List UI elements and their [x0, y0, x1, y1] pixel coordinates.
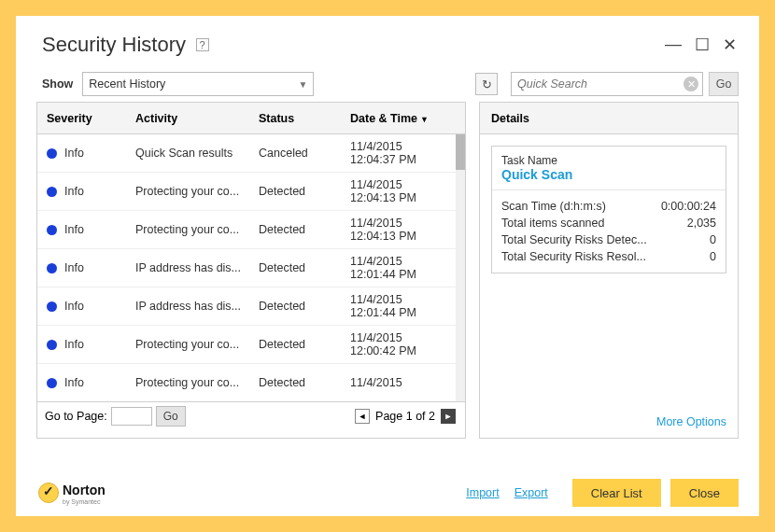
search-input[interactable] [517, 77, 683, 91]
col-activity[interactable]: Activity [135, 112, 259, 125]
datetime-text: 11/4/201512:04:37 PM [350, 140, 456, 166]
activity-text: Protecting your co... [135, 338, 259, 351]
minimize-icon[interactable]: — [665, 35, 682, 55]
refresh-button[interactable]: ↻ [475, 73, 498, 95]
history-table: Severity Activity Status Date & Time▼ In… [36, 102, 466, 439]
status-text: Detected [259, 261, 350, 274]
activity-text: Protecting your co... [135, 376, 259, 389]
severity-text: Info [64, 223, 84, 236]
details-header: Details [480, 103, 738, 134]
security-history-window: Security History ? — ☐ ✕ Show Recent His… [16, 16, 759, 516]
severity-dot-icon [47, 148, 57, 159]
stat-label: Total items scanned [501, 217, 604, 230]
stat-label: Total Security Risks Detec... [501, 233, 647, 246]
footer: Norton by Symantec Import Export Clear L… [16, 469, 759, 516]
goto-page-button[interactable]: Go [156, 406, 186, 427]
severity-dot-icon [47, 263, 57, 273]
col-datetime[interactable]: Date & Time▼ [350, 112, 456, 125]
table-row[interactable]: InfoProtecting your co...Detected11/4/20… [37, 211, 465, 249]
more-options-link[interactable]: More Options [480, 406, 738, 438]
table-row[interactable]: InfoProtecting your co...Detected11/4/20… [37, 173, 465, 211]
clear-list-button[interactable]: Clear List [572, 479, 661, 507]
help-icon[interactable]: ? [196, 38, 209, 51]
activity-text: IP address has dis... [135, 261, 259, 274]
severity-text: Info [64, 338, 84, 351]
close-icon[interactable]: ✕ [723, 35, 737, 55]
table-row[interactable]: InfoQuick Scan resultsCanceled11/4/20151… [37, 134, 465, 173]
chevron-down-icon: ▼ [298, 79, 307, 90]
table-body: InfoQuick Scan resultsCanceled11/4/20151… [37, 134, 465, 401]
norton-check-icon [38, 483, 59, 503]
table-row[interactable]: InfoIP address has dis...Detected11/4/20… [37, 249, 465, 287]
goto-page-input[interactable] [111, 407, 152, 426]
scrollbar[interactable] [456, 134, 465, 401]
activity-text: IP address has dis... [135, 300, 259, 313]
page-title: Security History [42, 33, 186, 56]
stat-label: Total Security Risks Resol... [501, 250, 646, 263]
stat-row: Total Security Risks Resol...0 [501, 248, 716, 265]
status-text: Detected [259, 338, 350, 351]
activity-text: Protecting your co... [135, 185, 259, 198]
norton-logo: Norton by Symantec [38, 482, 106, 505]
severity-text: Info [64, 261, 84, 274]
severity-text: Info [64, 185, 84, 198]
dropdown-value: Recent History [89, 77, 165, 91]
search-input-wrap: ✕ [511, 72, 703, 96]
import-link[interactable]: Import [466, 486, 499, 499]
severity-dot-icon [47, 378, 57, 388]
clear-search-icon[interactable]: ✕ [683, 77, 698, 91]
table-row[interactable]: InfoProtecting your co...Detected11/4/20… [37, 326, 465, 364]
severity-dot-icon [47, 225, 57, 235]
show-label: Show [42, 77, 73, 91]
stat-row: Total items scanned2,035 [501, 215, 716, 231]
task-name-label: Task Name [501, 154, 716, 167]
maximize-icon[interactable]: ☐ [695, 35, 710, 55]
stat-value: 0 [710, 250, 716, 263]
stat-value: 0 [710, 233, 716, 246]
pager: Go to Page: Go ◄ Page 1 of 2 ► [37, 401, 465, 429]
status-text: Detected [259, 300, 350, 313]
close-button[interactable]: Close [670, 479, 739, 507]
goto-page-label: Go to Page: [45, 410, 107, 423]
col-severity[interactable]: Severity [47, 112, 135, 125]
stat-row: Total Security Risks Detec...0 [501, 231, 716, 248]
stat-label: Scan Time (d:h:m:s) [501, 200, 606, 213]
col-status[interactable]: Status [259, 112, 350, 125]
detail-card: Task Name Quick Scan Scan Time (d:h:m:s)… [491, 146, 726, 273]
brand-name: Norton [63, 483, 106, 497]
details-panel: Details Task Name Quick Scan Scan Time (… [479, 102, 739, 439]
search-go-button[interactable]: Go [709, 72, 739, 96]
activity-text: Protecting your co... [135, 223, 259, 236]
status-text: Detected [259, 223, 350, 236]
prev-page-button[interactable]: ◄ [355, 409, 370, 424]
sort-desc-icon: ▼ [420, 115, 429, 124]
history-filter-dropdown[interactable]: Recent History ▼ [82, 72, 314, 96]
export-link[interactable]: Export [514, 486, 548, 499]
datetime-text: 11/4/2015 [350, 376, 456, 389]
datetime-text: 11/4/201512:04:13 PM [350, 217, 456, 243]
severity-dot-icon [47, 340, 57, 350]
brand-sub: by Symantec [63, 498, 106, 505]
datetime-text: 11/4/201512:04:13 PM [350, 178, 456, 204]
status-text: Detected [259, 185, 350, 198]
activity-text: Quick Scan results [135, 147, 259, 160]
page-indicator: Page 1 of 2 [375, 410, 435, 423]
datetime-text: 11/4/201512:01:44 PM [350, 255, 456, 281]
table-row[interactable]: InfoProtecting your co...Detected11/4/20… [37, 364, 465, 401]
table-header: Severity Activity Status Date & Time▼ [37, 103, 465, 134]
status-text: Canceled [259, 147, 350, 160]
stat-value: 0:00:00:24 [661, 200, 716, 213]
severity-text: Info [64, 300, 84, 313]
next-page-button[interactable]: ► [441, 409, 456, 424]
status-text: Detected [259, 376, 350, 389]
stat-value: 2,035 [687, 217, 716, 230]
table-row[interactable]: InfoIP address has dis...Detected11/4/20… [37, 287, 465, 326]
datetime-text: 11/4/201512:00:42 PM [350, 331, 456, 357]
datetime-text: 11/4/201512:01:44 PM [350, 293, 456, 319]
severity-dot-icon [47, 301, 57, 312]
severity-text: Info [64, 147, 84, 160]
titlebar: Security History ? — ☐ ✕ [16, 16, 759, 66]
stat-row: Scan Time (d:h:m:s)0:00:00:24 [501, 198, 716, 215]
scroll-thumb[interactable] [456, 134, 465, 170]
severity-dot-icon [47, 187, 57, 197]
